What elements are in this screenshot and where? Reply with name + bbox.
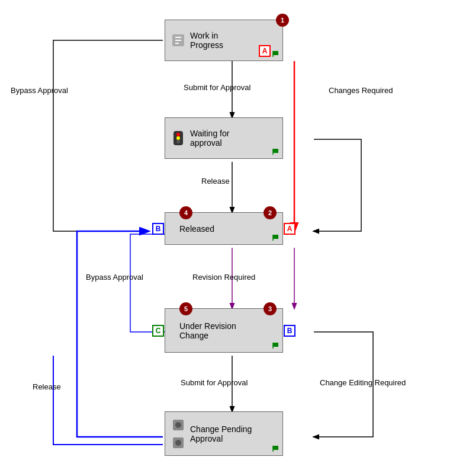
badge-a-released: A: [284, 223, 295, 235]
flag-icon-waiting: [272, 148, 280, 156]
change-pending-box: Change Pending Approval: [165, 411, 283, 456]
badge-c-revision: C: [152, 325, 164, 337]
badge-5: 5: [179, 302, 192, 315]
waiting-for-approval-box: Waiting for approval: [165, 117, 283, 159]
badge-b-released: B: [152, 223, 164, 235]
svg-point-14: [176, 136, 180, 140]
released-box: 2 4 B Released A 2: [165, 212, 283, 245]
svg-rect-10: [273, 51, 278, 55]
flag-icon-pending: [272, 445, 280, 453]
svg-point-13: [176, 133, 180, 136]
badge-a-work: A: [259, 45, 271, 57]
waiting-label: Waiting for approval: [190, 129, 229, 148]
submit-approval2-label: Submit for Approval: [181, 378, 248, 387]
waiting-icon: [170, 130, 187, 146]
svg-rect-20: [273, 343, 278, 347]
changes-required-label: Changes Required: [329, 86, 393, 95]
revision-required-label: Revision Required: [192, 273, 255, 282]
svg-rect-16: [273, 149, 278, 153]
badge-b-revision: B: [284, 325, 295, 337]
flag-icon-work: [272, 50, 280, 58]
work-in-progress-label: Work in Progress: [190, 31, 223, 50]
badge-2: 2: [264, 206, 277, 219]
svg-point-23: [175, 422, 181, 428]
submit-approval-label: Submit for Approval: [184, 83, 250, 92]
released-label: Released: [179, 224, 214, 234]
svg-point-25: [175, 440, 181, 446]
change-editing-required-label: Change Editing Required: [320, 378, 406, 387]
diagram-container: Work in Progress 1 A Waiting for approva…: [0, 0, 453, 476]
bypass-approval-top-label: Bypass Approval: [11, 86, 68, 95]
work-in-progress-box: Work in Progress 1 A: [165, 20, 283, 61]
badge-1: 1: [276, 14, 289, 27]
change-pending-icon1: [170, 417, 187, 433]
release-label: Release: [201, 177, 230, 186]
release-bottom-label: Release: [33, 382, 61, 391]
flag-icon-revision: [272, 341, 280, 350]
flag-icon-released: [272, 234, 280, 242]
svg-rect-26: [273, 446, 278, 450]
badge-3: 3: [264, 302, 277, 315]
under-revision-label: Under Revision Change: [179, 321, 236, 340]
under-revision-box: 5 C Under Revision Change B 3: [165, 308, 283, 353]
svg-point-15: [176, 140, 180, 143]
work-in-progress-icon: [170, 32, 187, 49]
change-pending-label: Change Pending Approval: [190, 424, 252, 443]
svg-rect-18: [273, 235, 278, 239]
bypass-approval-mid-label: Bypass Approval: [86, 273, 143, 282]
badge-4: 2 4: [179, 206, 192, 219]
change-pending-icon2: [170, 435, 187, 451]
